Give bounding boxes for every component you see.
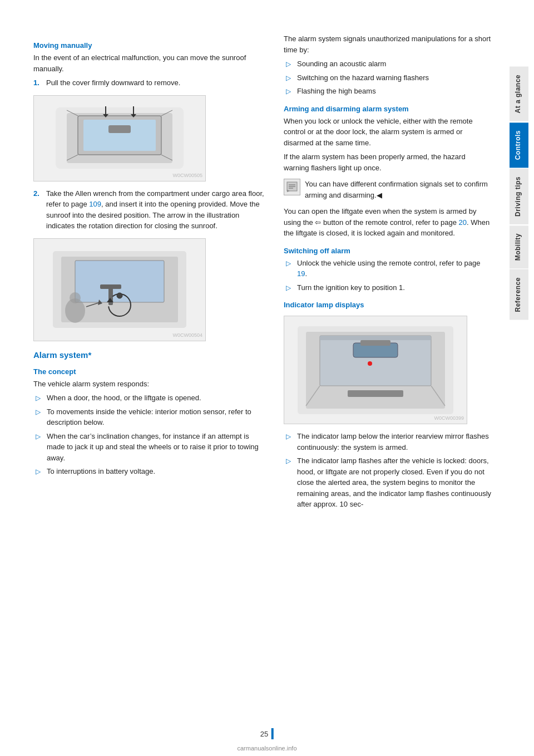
sunroof-image-2: W0CW00504 bbox=[33, 238, 206, 341]
alarm-bullet-2-text: To movements inside the vehicle: interio… bbox=[47, 406, 267, 428]
moving-manually-title: Moving manually bbox=[33, 41, 267, 50]
concept-intro: The vehicle alarm system responds: bbox=[33, 379, 267, 390]
signal-arrow-3: ▷ bbox=[286, 86, 294, 97]
image2-watermark: W0CW00504 bbox=[172, 332, 202, 338]
moving-manually-intro: In the event of an electrical malfunctio… bbox=[33, 52, 267, 74]
carmanuals-footer: carmanualsonline.info bbox=[237, 745, 296, 752]
bullet-arrow-3: ▷ bbox=[36, 431, 43, 464]
step-1-text: Pull the cover firmly downward to remove… bbox=[46, 77, 180, 89]
sidebar-tab-driving-tips[interactable]: Driving tips bbox=[510, 169, 528, 224]
arming-page-link: 20 bbox=[459, 218, 467, 227]
switch-bullet-2-text: Turn the ignition key to position 1. bbox=[297, 282, 405, 293]
svg-rect-39 bbox=[320, 336, 431, 340]
svg-rect-3 bbox=[83, 120, 156, 151]
signal-bullet-1: ▷ Sounding an acoustic alarm bbox=[284, 58, 492, 70]
concept-title: The concept bbox=[33, 367, 267, 376]
alarm-bullet-3-text: When the car’s inclination changes, for … bbox=[47, 431, 267, 464]
note-box: You can have different confirmation sign… bbox=[284, 179, 492, 200]
left-column: Moving manually In the event of an elect… bbox=[33, 33, 267, 734]
indicator-lamp-title: Indicator lamp displays bbox=[284, 301, 492, 309]
sidebar-tab-reference[interactable]: Reference bbox=[510, 269, 528, 320]
sunroof-image-1: W0CW00505 bbox=[33, 95, 206, 181]
indicator-bullet-2-text: The indicator lamp flashes after the veh… bbox=[297, 455, 492, 510]
step-1: 1. Pull the cover firmly downward to rem… bbox=[33, 77, 267, 89]
arming-text-2: If the alarm system has been properly ar… bbox=[284, 151, 492, 173]
alarm-bullet-2: ▷ To movements inside the vehicle: inter… bbox=[33, 406, 267, 428]
sidebar-tab-controls[interactable]: Controls bbox=[510, 122, 528, 168]
step-2: 2. Take the Allen wrench from the compar… bbox=[33, 188, 267, 232]
switching-off-title: Switching off alarm bbox=[284, 247, 492, 255]
indicator-bullet-1: ▷ The indicator lamp below the interior … bbox=[284, 431, 492, 453]
indicator-bullet-2: ▷ The indicator lamp flashes after the v… bbox=[284, 455, 492, 510]
switch-arrow-2: ▷ bbox=[286, 282, 294, 293]
arming-text-1: When you lock or unlock the vehicle, eit… bbox=[284, 116, 492, 149]
step-2-num: 2. bbox=[33, 188, 43, 232]
step-2-link: 109 bbox=[89, 200, 101, 208]
svg-point-35 bbox=[368, 361, 372, 366]
signal-bullet-1-text: Sounding an acoustic alarm bbox=[297, 58, 386, 70]
page-number-bar: 25 bbox=[260, 728, 274, 739]
note-text: You can have different confirmation sign… bbox=[305, 179, 492, 200]
note-icon bbox=[284, 179, 300, 195]
indicator-lamp-svg bbox=[295, 323, 456, 417]
bullet-arrow-2: ▷ bbox=[36, 406, 43, 428]
page-number-accent bbox=[271, 728, 274, 739]
alarm-signals-intro: The alarm system signals unauthorized ma… bbox=[284, 33, 492, 55]
bullet-arrow-1: ▷ bbox=[36, 392, 43, 404]
switch-page-link: 19 bbox=[297, 269, 305, 278]
sidebar: At a glance Controls Driving tips Mobili… bbox=[503, 0, 534, 756]
page-number: 25 bbox=[260, 730, 268, 738]
right-column: The alarm system signals unauthorized ma… bbox=[278, 33, 492, 734]
alarm-bullet-1-text: When a door, the hood, or the liftgate i… bbox=[47, 392, 201, 404]
alarm-system-title: Alarm system* bbox=[33, 350, 267, 360]
arming-text-3: You can open the liftgate even when the … bbox=[284, 206, 492, 239]
signal-bullet-3: ▷ Flashing the high beams bbox=[284, 86, 492, 97]
signal-arrow-1: ▷ bbox=[286, 58, 294, 70]
svg-point-20 bbox=[117, 293, 122, 298]
step-2-text: Take the Allen wrench from the compartme… bbox=[46, 188, 267, 232]
switch-arrow-1: ▷ bbox=[286, 258, 294, 279]
indicator-arrow-1: ▷ bbox=[286, 431, 294, 453]
bullet-arrow-4: ▷ bbox=[36, 466, 43, 477]
svg-point-22 bbox=[70, 292, 81, 303]
switch-bullet-1-text: Unlock the vehicle using the remote cont… bbox=[297, 258, 492, 279]
switch-bullet-2: ▷ Turn the ignition key to position 1. bbox=[284, 282, 492, 293]
indicator-watermark: W0CW00399 bbox=[434, 415, 464, 421]
sunroof-diagram-2-svg bbox=[44, 247, 195, 333]
svg-rect-17 bbox=[100, 284, 121, 289]
sunroof-diagram-1-svg bbox=[44, 102, 195, 174]
signal-bullet-2-text: Switching on the hazard warning flashers bbox=[297, 72, 429, 84]
signal-arrow-2: ▷ bbox=[286, 72, 294, 84]
alarm-bullet-4-text: To interruptions in battery voltage. bbox=[47, 466, 155, 477]
note-icon-svg bbox=[285, 180, 299, 194]
switch-bullet-1: ▷ Unlock the vehicle using the remote co… bbox=[284, 258, 492, 279]
page-container: Moving manually In the event of an elect… bbox=[0, 0, 534, 756]
indicator-arrow-2: ▷ bbox=[286, 455, 294, 510]
signal-bullet-2: ▷ Switching on the hazard warning flashe… bbox=[284, 72, 492, 84]
main-content: Moving manually In the event of an elect… bbox=[0, 0, 503, 756]
alarm-bullet-1: ▷ When a door, the hood, or the liftgate… bbox=[33, 392, 267, 404]
alarm-bullet-4: ▷ To interruptions in battery voltage. bbox=[33, 466, 267, 477]
indicator-bullet-1-text: The indicator lamp below the interior re… bbox=[297, 431, 492, 453]
svg-rect-38 bbox=[348, 390, 403, 397]
sidebar-tab-mobility[interactable]: Mobility bbox=[510, 225, 528, 268]
arming-title: Arming and disarming alarm system bbox=[284, 105, 492, 113]
svg-rect-8 bbox=[108, 125, 131, 133]
svg-rect-34 bbox=[360, 340, 390, 346]
signal-bullet-3-text: Flashing the high beams bbox=[297, 86, 376, 97]
alarm-bullet-3: ▷ When the car’s inclination changes, fo… bbox=[33, 431, 267, 464]
indicator-lamp-image: W0CW00399 bbox=[284, 316, 467, 424]
sidebar-tab-at-a-glance[interactable]: At a glance bbox=[510, 67, 528, 121]
step-1-num: 1. bbox=[33, 77, 43, 89]
image1-watermark: W0CW00505 bbox=[172, 173, 202, 178]
